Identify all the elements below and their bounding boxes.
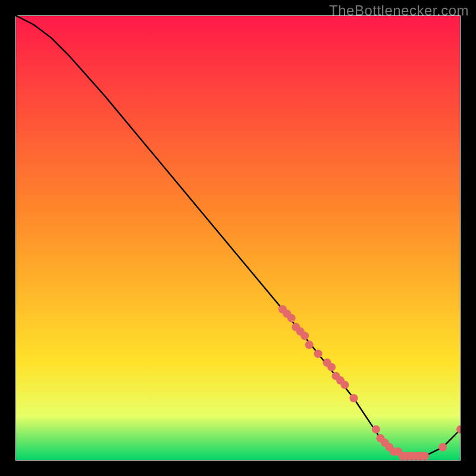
data-marker xyxy=(314,349,322,358)
data-marker xyxy=(421,452,429,461)
plot-area xyxy=(15,15,461,461)
chart-stage: TheBottlenecker.com xyxy=(0,0,476,476)
data-marker xyxy=(300,332,309,340)
data-marker xyxy=(327,363,336,371)
data-marker xyxy=(287,314,296,322)
data-marker xyxy=(439,443,447,452)
data-marker xyxy=(349,394,358,402)
data-marker xyxy=(341,381,349,389)
plot-svg xyxy=(15,15,461,461)
data-marker xyxy=(372,425,380,434)
gradient-background xyxy=(15,15,461,461)
watermark-text: TheBottlenecker.com xyxy=(329,2,469,19)
data-marker xyxy=(305,341,314,349)
